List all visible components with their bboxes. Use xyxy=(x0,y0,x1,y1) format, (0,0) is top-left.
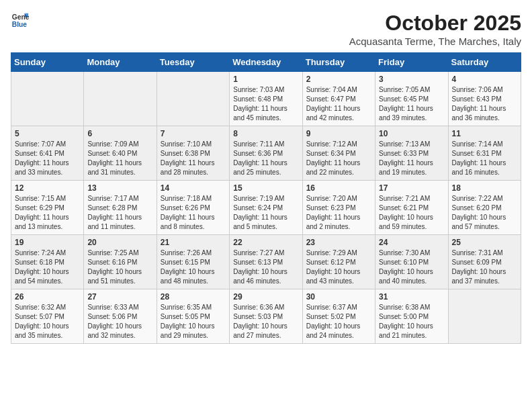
day-number: 13 xyxy=(87,183,152,193)
day-cell: 9Sunrise: 7:12 AM Sunset: 6:34 PM Daylig… xyxy=(302,126,375,181)
day-cell: 5Sunrise: 7:07 AM Sunset: 6:41 PM Daylig… xyxy=(11,126,84,181)
day-info: Sunrise: 7:12 AM Sunset: 6:34 PM Dayligh… xyxy=(306,140,371,177)
day-info: Sunrise: 7:26 AM Sunset: 6:15 PM Dayligh… xyxy=(161,248,226,286)
day-number: 30 xyxy=(306,292,371,302)
day-cell: 21Sunrise: 7:26 AM Sunset: 6:15 PM Dayli… xyxy=(157,235,229,289)
day-number: 15 xyxy=(233,183,298,193)
day-info: Sunrise: 7:13 AM Sunset: 6:33 PM Dayligh… xyxy=(379,140,444,177)
day-cell xyxy=(11,72,84,126)
day-number: 16 xyxy=(306,183,371,193)
weekday-header-sunday: Sunday xyxy=(11,53,84,72)
day-number: 22 xyxy=(233,238,298,247)
day-cell: 17Sunrise: 7:21 AM Sunset: 6:21 PM Dayli… xyxy=(375,181,448,235)
day-number: 31 xyxy=(379,292,444,302)
week-row-5: 26Sunrise: 6:32 AM Sunset: 5:07 PM Dayli… xyxy=(11,289,521,344)
day-number: 19 xyxy=(15,238,80,247)
day-info: Sunrise: 7:17 AM Sunset: 6:28 PM Dayligh… xyxy=(87,194,152,232)
title-area: October 2025 Acquasanta Terme, The March… xyxy=(349,11,521,47)
week-row-4: 19Sunrise: 7:24 AM Sunset: 6:18 PM Dayli… xyxy=(11,235,521,289)
day-info: Sunrise: 7:09 AM Sunset: 6:40 PM Dayligh… xyxy=(87,140,152,177)
day-cell: 27Sunrise: 6:33 AM Sunset: 5:06 PM Dayli… xyxy=(84,289,157,344)
day-cell: 26Sunrise: 6:32 AM Sunset: 5:07 PM Dayli… xyxy=(11,289,84,344)
day-info: Sunrise: 7:20 AM Sunset: 6:23 PM Dayligh… xyxy=(306,194,371,232)
day-number: 24 xyxy=(379,238,444,247)
day-number: 5 xyxy=(15,129,80,138)
day-cell: 11Sunrise: 7:14 AM Sunset: 6:31 PM Dayli… xyxy=(448,126,521,181)
weekday-header-monday: Monday xyxy=(84,53,157,72)
day-info: Sunrise: 6:37 AM Sunset: 5:02 PM Dayligh… xyxy=(306,303,371,340)
day-cell xyxy=(84,72,157,126)
day-number: 1 xyxy=(233,75,298,84)
day-cell: 13Sunrise: 7:17 AM Sunset: 6:28 PM Dayli… xyxy=(84,181,157,235)
day-info: Sunrise: 7:10 AM Sunset: 6:38 PM Dayligh… xyxy=(161,140,226,177)
day-cell: 1Sunrise: 7:03 AM Sunset: 6:48 PM Daylig… xyxy=(230,72,302,126)
day-number: 21 xyxy=(161,238,226,247)
day-cell: 24Sunrise: 7:30 AM Sunset: 6:10 PM Dayli… xyxy=(375,235,448,289)
day-info: Sunrise: 6:36 AM Sunset: 5:03 PM Dayligh… xyxy=(233,303,298,340)
day-info: Sunrise: 7:11 AM Sunset: 6:36 PM Dayligh… xyxy=(233,140,298,177)
day-cell: 31Sunrise: 6:38 AM Sunset: 5:00 PM Dayli… xyxy=(375,289,448,344)
day-number: 17 xyxy=(379,183,444,193)
day-number: 18 xyxy=(452,183,517,193)
day-cell: 12Sunrise: 7:15 AM Sunset: 6:29 PM Dayli… xyxy=(11,181,84,235)
day-info: Sunrise: 7:07 AM Sunset: 6:41 PM Dayligh… xyxy=(15,140,80,177)
day-cell: 14Sunrise: 7:18 AM Sunset: 6:26 PM Dayli… xyxy=(157,181,229,235)
day-cell: 29Sunrise: 6:36 AM Sunset: 5:03 PM Dayli… xyxy=(230,289,302,344)
day-number: 14 xyxy=(161,183,226,193)
day-cell: 8Sunrise: 7:11 AM Sunset: 6:36 PM Daylig… xyxy=(230,126,302,181)
month-title: October 2025 xyxy=(349,11,521,36)
weekday-header-wednesday: Wednesday xyxy=(230,53,302,72)
day-info: Sunrise: 7:03 AM Sunset: 6:48 PM Dayligh… xyxy=(233,85,298,123)
day-info: Sunrise: 7:30 AM Sunset: 6:10 PM Dayligh… xyxy=(379,248,444,286)
day-info: Sunrise: 7:27 AM Sunset: 6:13 PM Dayligh… xyxy=(233,248,298,286)
day-cell: 18Sunrise: 7:22 AM Sunset: 6:20 PM Dayli… xyxy=(448,181,521,235)
day-number: 2 xyxy=(306,75,371,84)
day-cell: 4Sunrise: 7:06 AM Sunset: 6:43 PM Daylig… xyxy=(448,72,521,126)
day-number: 7 xyxy=(161,129,226,138)
logo: General Blue xyxy=(11,11,30,30)
day-cell xyxy=(157,72,229,126)
day-cell: 20Sunrise: 7:25 AM Sunset: 6:16 PM Dayli… xyxy=(84,235,157,289)
day-number: 10 xyxy=(379,129,444,138)
day-number: 11 xyxy=(452,129,517,138)
day-number: 6 xyxy=(87,129,152,138)
day-number: 28 xyxy=(161,292,226,302)
day-number: 4 xyxy=(452,75,517,84)
day-cell xyxy=(448,289,521,344)
week-row-2: 5Sunrise: 7:07 AM Sunset: 6:41 PM Daylig… xyxy=(11,126,521,181)
day-info: Sunrise: 6:35 AM Sunset: 5:05 PM Dayligh… xyxy=(161,303,226,340)
day-cell: 2Sunrise: 7:04 AM Sunset: 6:47 PM Daylig… xyxy=(302,72,375,126)
day-info: Sunrise: 7:18 AM Sunset: 6:26 PM Dayligh… xyxy=(161,194,226,232)
week-row-3: 12Sunrise: 7:15 AM Sunset: 6:29 PM Dayli… xyxy=(11,181,521,235)
day-cell: 6Sunrise: 7:09 AM Sunset: 6:40 PM Daylig… xyxy=(84,126,157,181)
day-cell: 28Sunrise: 6:35 AM Sunset: 5:05 PM Dayli… xyxy=(157,289,229,344)
day-cell: 3Sunrise: 7:05 AM Sunset: 6:45 PM Daylig… xyxy=(375,72,448,126)
weekday-header-row: SundayMondayTuesdayWednesdayThursdayFrid… xyxy=(11,53,521,72)
day-info: Sunrise: 7:06 AM Sunset: 6:43 PM Dayligh… xyxy=(452,85,517,123)
weekday-header-saturday: Saturday xyxy=(448,53,521,72)
calendar-table: SundayMondayTuesdayWednesdayThursdayFrid… xyxy=(11,52,521,344)
weekday-header-tuesday: Tuesday xyxy=(157,53,229,72)
day-info: Sunrise: 7:04 AM Sunset: 6:47 PM Dayligh… xyxy=(306,85,371,123)
page-header: General Blue October 2025 Acquasanta Ter… xyxy=(11,11,521,47)
day-info: Sunrise: 7:24 AM Sunset: 6:18 PM Dayligh… xyxy=(15,248,80,286)
day-info: Sunrise: 7:14 AM Sunset: 6:31 PM Dayligh… xyxy=(452,140,517,177)
day-number: 25 xyxy=(452,238,517,247)
day-number: 23 xyxy=(306,238,371,247)
day-cell: 19Sunrise: 7:24 AM Sunset: 6:18 PM Dayli… xyxy=(11,235,84,289)
day-info: Sunrise: 7:29 AM Sunset: 6:12 PM Dayligh… xyxy=(306,248,371,286)
day-info: Sunrise: 6:32 AM Sunset: 5:07 PM Dayligh… xyxy=(15,303,80,340)
day-cell: 22Sunrise: 7:27 AM Sunset: 6:13 PM Dayli… xyxy=(230,235,302,289)
day-info: Sunrise: 6:38 AM Sunset: 5:00 PM Dayligh… xyxy=(379,303,444,340)
day-number: 3 xyxy=(379,75,444,84)
logo-icon: General Blue xyxy=(11,11,30,30)
day-info: Sunrise: 7:21 AM Sunset: 6:21 PM Dayligh… xyxy=(379,194,444,232)
day-cell: 15Sunrise: 7:19 AM Sunset: 6:24 PM Dayli… xyxy=(230,181,302,235)
week-row-1: 1Sunrise: 7:03 AM Sunset: 6:48 PM Daylig… xyxy=(11,72,521,126)
svg-text:Blue: Blue xyxy=(12,21,28,28)
day-cell: 25Sunrise: 7:31 AM Sunset: 6:09 PM Dayli… xyxy=(448,235,521,289)
location-title: Acquasanta Terme, The Marches, Italy xyxy=(349,36,521,47)
day-cell: 7Sunrise: 7:10 AM Sunset: 6:38 PM Daylig… xyxy=(157,126,229,181)
day-cell: 10Sunrise: 7:13 AM Sunset: 6:33 PM Dayli… xyxy=(375,126,448,181)
day-info: Sunrise: 7:15 AM Sunset: 6:29 PM Dayligh… xyxy=(15,194,80,232)
